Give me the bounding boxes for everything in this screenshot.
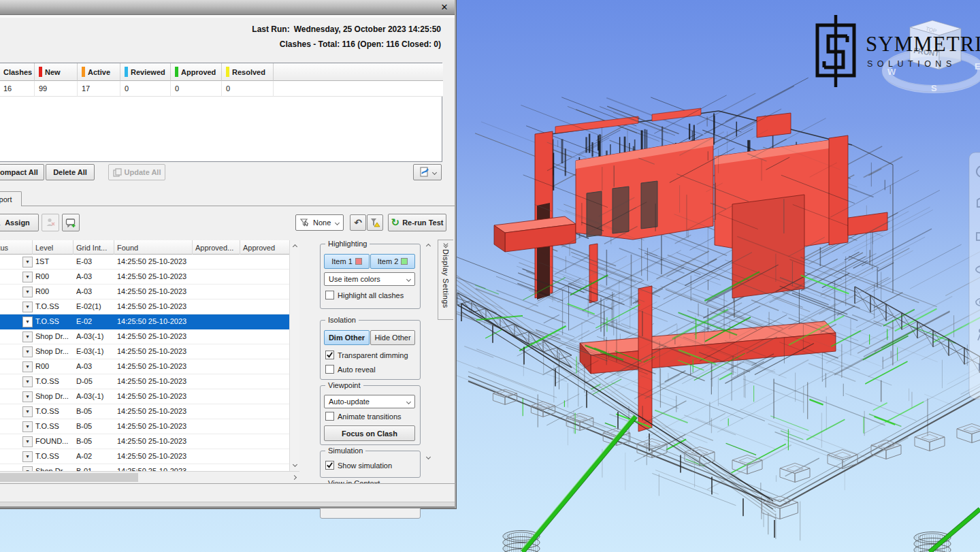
col-grid[interactable]: Grid Int...	[74, 240, 114, 255]
table-row[interactable]: ▼T.O.SSA-0214:25:50 25-10-2023	[0, 449, 289, 464]
unassign-button[interactable]	[42, 214, 59, 231]
col-approved-date[interactable]: Approved...	[193, 240, 240, 255]
status-dropdown[interactable]: ▼	[22, 406, 33, 417]
brand-monogram-icon	[811, 15, 860, 87]
summary-value[interactable]: 99	[35, 81, 78, 97]
cell-grid: E-02	[76, 317, 114, 325]
status-dropdown[interactable]: ▼	[22, 331, 33, 342]
panel-scrollbar[interactable]	[423, 240, 434, 464]
table-row[interactable]: ▼T.O.SSD-0514:25:50 25-10-2023	[0, 374, 289, 389]
col-status[interactable]: Status	[0, 240, 33, 255]
table-row[interactable]: ▼Shop Dr...E-03(-1)14:25:50 25-10-2023	[0, 344, 289, 359]
export-dropdown-arrow-icon	[431, 169, 436, 174]
navigation-bar[interactable]	[969, 152, 980, 399]
col-found[interactable]: Found	[114, 240, 193, 255]
window-titlebar[interactable]	[0, 0, 455, 15]
table-row[interactable]: ▼T.O.SSE-02(1)14:25:50 25-10-2023	[0, 299, 289, 314]
check-icon	[326, 351, 333, 359]
scroll-right-icon[interactable]	[289, 472, 299, 483]
status-dropdown[interactable]: ▼	[22, 376, 33, 387]
table-row[interactable]: ▼Shop Dr...A-03(-1)14:25:50 25-10-2023	[0, 389, 289, 404]
table-row[interactable]: ▼R00A-0314:25:50 25-10-2023	[0, 285, 289, 299]
hide-other-toggle[interactable]: Hide Other	[370, 330, 415, 345]
viewpoint-select[interactable]: Auto-update	[324, 395, 415, 408]
desktop: { "window": { "close_glyph": "✕" }, "hea…	[0, 0, 980, 552]
status-dropdown[interactable]: ▼	[22, 451, 33, 462]
rerun-refresh-icon: ↻	[391, 216, 400, 229]
col-level[interactable]: Level	[33, 240, 74, 255]
clash-table-hscrollbar[interactable]	[0, 471, 299, 483]
cell-level: T.O.SS	[35, 377, 72, 385]
item1-toggle[interactable]: Item 1	[324, 254, 370, 269]
add-comment-icon	[65, 218, 76, 228]
table-row[interactable]: ▼R00A-0314:25:50 25-10-2023	[0, 359, 289, 374]
add-comment-button[interactable]	[62, 214, 80, 231]
table-row[interactable]: ▼Shop Dr...B-0114:25:50 25-10-2023	[0, 464, 289, 471]
summary-value[interactable]: 0	[222, 81, 274, 97]
status-dropdown[interactable]: ▼	[22, 257, 33, 267]
cell-found: 14:25:50 25-10-2023	[117, 422, 192, 430]
table-row[interactable]: ▼FOUND...B-0514:25:50 25-10-2023	[0, 434, 289, 449]
summary-value[interactable]: 17	[78, 81, 120, 97]
status-dropdown[interactable]: ▼	[22, 421, 33, 432]
table-row[interactable]: ▼T.O.SSE-0214:25:50 25-10-2023	[0, 314, 289, 329]
table-row[interactable]: ▼1STE-0314:25:50 25-10-2023	[0, 255, 289, 270]
close-icon[interactable]: ✕	[437, 1, 452, 14]
cell-grid: A-03(-1)	[76, 332, 114, 340]
assign-button[interactable]: Assign	[0, 214, 39, 231]
item-colors-select[interactable]: Use item colors	[324, 272, 415, 286]
dim-other-toggle[interactable]: Dim Other	[324, 330, 370, 345]
summary-value[interactable]: 0	[120, 81, 171, 97]
item2-toggle[interactable]: Item 2	[370, 254, 415, 269]
clash-table-vscrollbar[interactable]	[289, 240, 299, 471]
status-dropdown[interactable]: ▼	[22, 361, 33, 372]
export-report-button[interactable]	[413, 164, 442, 180]
col-approved-by[interactable]: Approved	[240, 240, 289, 255]
status-dropdown[interactable]: ▼	[22, 391, 33, 402]
status-dropdown[interactable]: ▼	[22, 272, 33, 282]
table-row[interactable]: ▼Shop Dr...A-03(-1)14:25:50 25-10-2023	[0, 329, 289, 344]
summary-value[interactable]: 0	[171, 81, 222, 97]
focus-on-clash-button[interactable]: Focus on Clash	[324, 425, 415, 441]
unassign-person-icon	[46, 218, 56, 227]
status-dropdown[interactable]: ▼	[22, 316, 33, 327]
tab-report[interactable]: Report	[0, 191, 22, 206]
summary-col-filler	[274, 63, 443, 81]
show-simulation-checkbox[interactable]: Show simulation	[325, 461, 392, 470]
item2-color-swatch	[401, 258, 408, 265]
last-run-line: Last Run:Wednesday, 25 October 2023 14:2…	[252, 25, 441, 34]
rerun-test-button[interactable]: ↻ Re-run Test	[388, 214, 446, 231]
summary-value[interactable]: 16	[0, 81, 35, 97]
status-dropdown[interactable]: ▼	[22, 287, 33, 297]
transparent-dimming-checkbox[interactable]: Transparent dimming	[325, 351, 408, 359]
highlight-all-checkbox[interactable]: Highlight all clashes	[325, 291, 404, 299]
table-row[interactable]: ▼T.O.SSB-0514:25:50 25-10-2023	[0, 419, 289, 434]
summary-col-clashes: Clashes	[0, 63, 35, 81]
status-dropdown[interactable]: ▼	[22, 302, 33, 312]
scroll-up-icon[interactable]	[290, 242, 300, 252]
panel-scroll-down-icon[interactable]	[423, 452, 434, 462]
status-dropdown[interactable]: ▼	[22, 436, 33, 447]
update-all-button[interactable]: Update All	[108, 164, 165, 180]
cell-grid: A-03	[76, 272, 114, 280]
compact-all-button[interactable]: Compact All	[0, 164, 44, 180]
panel-scroll-up-icon[interactable]	[423, 241, 434, 251]
animate-transitions-checkbox[interactable]: Animate transitions	[325, 412, 402, 421]
filter-warning-button[interactable]	[367, 214, 383, 231]
table-row[interactable]: ▼T.O.SSB-0514:25:50 25-10-2023	[0, 404, 289, 419]
cell-grid: B-05	[76, 407, 114, 415]
status-dropdown[interactable]: ▼	[22, 346, 33, 357]
table-row[interactable]: ▼R00A-0314:25:50 25-10-2023	[0, 270, 289, 285]
scroll-down-icon[interactable]	[290, 459, 300, 470]
undo-button[interactable]: ↶	[350, 214, 366, 231]
status-dropdown[interactable]: ▼	[22, 466, 33, 471]
cell-level: T.O.SS	[35, 317, 72, 325]
cell-level: T.O.SS	[35, 452, 72, 460]
hscroll-thumb[interactable]	[0, 473, 138, 482]
filter-select[interactable]: None	[295, 214, 344, 231]
delete-all-button[interactable]: Delete All	[46, 164, 95, 180]
cell-level: R00	[35, 287, 72, 295]
auto-reveal-checkbox[interactable]: Auto reveal	[325, 365, 376, 374]
window-bottom-frame	[0, 483, 455, 508]
display-settings-tab[interactable]: Display Settings	[438, 240, 453, 320]
